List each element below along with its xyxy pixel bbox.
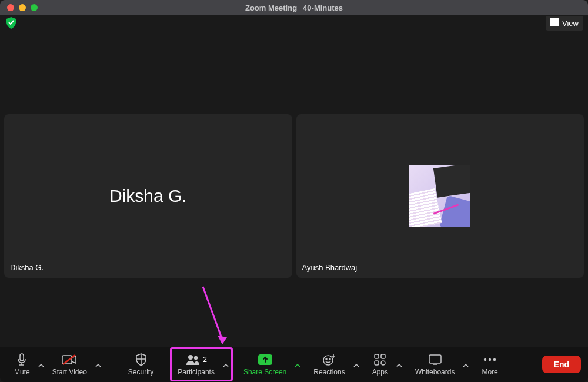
share-options-chevron[interactable] bbox=[292, 354, 303, 374]
video-options-chevron[interactable] bbox=[93, 354, 103, 374]
svg-rect-7 bbox=[553, 24, 556, 26]
apps-options-chevron[interactable] bbox=[394, 354, 405, 374]
video-tile[interactable]: Diksha G. Diksha G. bbox=[4, 114, 292, 278]
video-tile[interactable]: Ayush Bhardwaj bbox=[296, 114, 584, 278]
svg-rect-5 bbox=[556, 21, 559, 24]
view-label: View bbox=[562, 19, 579, 28]
annotation-arrow bbox=[200, 285, 235, 353]
svg-rect-3 bbox=[550, 21, 553, 24]
more-dots-icon bbox=[483, 353, 496, 366]
svg-rect-0 bbox=[550, 18, 553, 21]
participants-icon: 2 bbox=[185, 353, 207, 366]
svg-point-32 bbox=[493, 358, 496, 360]
participants-options-chevron[interactable] bbox=[220, 354, 231, 374]
svg-point-18 bbox=[194, 356, 198, 359]
start-video-button[interactable]: Start Video bbox=[46, 349, 93, 380]
video-grid: Diksha G. Diksha G. Ayush Bhardwaj bbox=[4, 114, 584, 278]
apps-icon bbox=[373, 353, 386, 366]
whiteboards-button[interactable]: Whiteboards bbox=[409, 349, 460, 380]
reactions-button[interactable]: Reactions bbox=[308, 349, 350, 380]
participant-name-label: Ayush Bhardwaj bbox=[301, 262, 359, 273]
minimize-window-button[interactable] bbox=[19, 4, 26, 11]
share-screen-button[interactable]: Share Screen bbox=[238, 349, 292, 380]
mute-label: Mute bbox=[14, 368, 30, 376]
svg-rect-14 bbox=[62, 356, 72, 364]
whiteboards-label: Whiteboards bbox=[415, 368, 455, 376]
reactions-options-chevron[interactable] bbox=[351, 354, 362, 374]
svg-rect-24 bbox=[375, 354, 379, 358]
security-label: Security bbox=[128, 368, 153, 376]
end-label: End bbox=[554, 360, 569, 369]
svg-point-30 bbox=[484, 358, 486, 360]
participant-name-label: Diksha G. bbox=[9, 262, 45, 273]
apps-button[interactable]: Apps bbox=[366, 349, 394, 380]
participant-name-center: Diksha G. bbox=[109, 186, 187, 206]
topbar: View bbox=[0, 15, 588, 31]
encryption-shield-icon[interactable] bbox=[5, 16, 18, 29]
start-video-label: Start Video bbox=[52, 368, 87, 376]
grid-icon bbox=[550, 18, 559, 28]
more-button[interactable]: More bbox=[476, 349, 503, 380]
whiteboards-options-chevron[interactable] bbox=[460, 354, 471, 374]
meeting-duration: 40-Minutes bbox=[303, 4, 343, 12]
titlebar: Zoom Meeting 40-Minutes bbox=[0, 0, 588, 15]
svg-line-9 bbox=[203, 287, 222, 340]
window-controls bbox=[0, 4, 38, 11]
svg-rect-11 bbox=[20, 354, 24, 361]
svg-rect-26 bbox=[375, 361, 379, 365]
video-off-icon bbox=[62, 353, 77, 366]
security-button[interactable]: Security bbox=[122, 349, 159, 380]
svg-point-20 bbox=[326, 358, 327, 360]
svg-point-21 bbox=[329, 358, 330, 360]
svg-rect-1 bbox=[553, 18, 556, 21]
svg-rect-6 bbox=[550, 24, 553, 26]
svg-rect-8 bbox=[556, 24, 559, 26]
mute-button[interactable]: Mute bbox=[8, 349, 36, 380]
participants-label: Participants bbox=[178, 368, 215, 376]
share-screen-icon bbox=[258, 353, 272, 366]
svg-rect-28 bbox=[429, 355, 441, 363]
svg-marker-10 bbox=[218, 336, 227, 344]
share-screen-label: Share Screen bbox=[243, 368, 286, 376]
svg-point-27 bbox=[381, 361, 385, 365]
bottom-toolbar: Mute Start Video Security bbox=[0, 347, 588, 382]
end-button[interactable]: End bbox=[542, 356, 581, 373]
view-button[interactable]: View bbox=[546, 16, 583, 31]
app-name: Zoom Meeting bbox=[245, 4, 297, 12]
svg-point-17 bbox=[188, 355, 193, 360]
mute-options-chevron[interactable] bbox=[36, 354, 46, 374]
shield-icon bbox=[135, 353, 147, 366]
titlebar-title: Zoom Meeting 40-Minutes bbox=[245, 4, 343, 12]
whiteboard-icon bbox=[428, 353, 442, 366]
participants-count: 2 bbox=[203, 356, 207, 364]
svg-rect-4 bbox=[553, 21, 556, 24]
more-label: More bbox=[482, 368, 497, 376]
reactions-label: Reactions bbox=[313, 368, 345, 376]
svg-line-15 bbox=[63, 355, 75, 364]
close-window-button[interactable] bbox=[7, 4, 14, 11]
smiley-plus-icon bbox=[322, 353, 336, 366]
apps-label: Apps bbox=[372, 368, 388, 376]
participant-avatar bbox=[409, 165, 470, 227]
svg-point-19 bbox=[323, 356, 333, 365]
svg-rect-25 bbox=[381, 354, 385, 358]
participants-button[interactable]: 2 Participants bbox=[172, 349, 220, 380]
svg-rect-2 bbox=[556, 18, 559, 21]
svg-point-31 bbox=[489, 358, 491, 360]
microphone-icon bbox=[16, 353, 27, 366]
maximize-window-button[interactable] bbox=[31, 4, 38, 11]
